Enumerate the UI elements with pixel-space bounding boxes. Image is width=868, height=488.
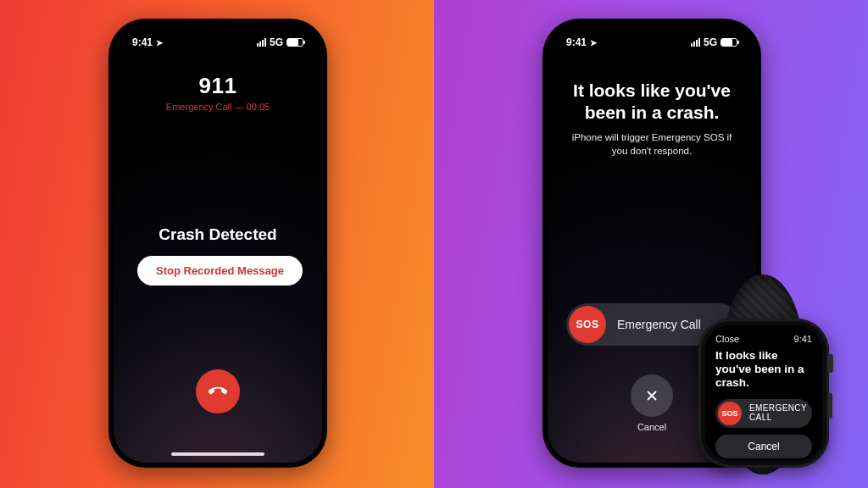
location-arrow-icon: ➤ [590, 38, 597, 47]
watch-close-button[interactable]: Close [715, 334, 739, 344]
panel-left: 9:41 ➤ 5G 911 Emergency Call — 00:05 Cra… [0, 0, 434, 488]
status-time: 9:41 [566, 36, 587, 48]
crash-headline: It looks like you've been in a crash. iP… [548, 80, 756, 158]
watch-case: Close 9:41 It looks like you've been in … [698, 319, 829, 468]
sos-knob[interactable]: SOS [569, 306, 606, 343]
watch-side-button[interactable] [828, 393, 832, 419]
watch-sos-slider[interactable]: SOS EMERGENCY CALL [715, 399, 812, 428]
crash-title: Crash Detected [137, 225, 298, 244]
watch-screen: Close 9:41 It looks like you've been in … [705, 325, 822, 461]
signal-bars-icon [691, 38, 700, 47]
status-network: 5G [270, 36, 283, 48]
home-indicator[interactable] [171, 452, 264, 456]
watch-sos-label-line2: CALL [749, 413, 807, 423]
stop-recorded-message-button[interactable]: Stop Recorded Message [137, 256, 303, 286]
cancel-label: Cancel [631, 422, 673, 432]
location-arrow-icon: ➤ [156, 38, 163, 47]
iphone-left-screen: 9:41 ➤ 5G 911 Emergency Call — 00:05 Cra… [114, 24, 322, 463]
cancel-button[interactable] [631, 374, 673, 417]
digital-crown[interactable] [827, 354, 833, 373]
crash-headline-text: It looks like you've been in a crash. [570, 80, 734, 123]
battery-icon [287, 38, 303, 47]
iphone-left: 9:41 ➤ 5G 911 Emergency Call — 00:05 Cra… [108, 19, 327, 468]
end-call-button[interactable] [196, 369, 240, 413]
cancel-stack: Cancel [631, 374, 673, 432]
crash-subhead-text: iPhone will trigger Emergency SOS if you… [570, 131, 734, 158]
watch-cancel-button[interactable]: Cancel [715, 435, 812, 458]
close-icon [644, 388, 659, 403]
dynamic-island [615, 34, 688, 56]
watch-sos-label-line1: EMERGENCY [749, 404, 807, 413]
status-time: 9:41 [132, 36, 153, 48]
signal-bars-icon [257, 38, 266, 47]
watch-sos-label: EMERGENCY CALL [749, 404, 807, 422]
battery-icon [721, 38, 737, 47]
dynamic-island [181, 34, 254, 56]
crash-block: Crash Detected Stop Recorded Message [114, 225, 322, 286]
watch-headline: It looks like you've been in a crash. [715, 349, 812, 391]
status-network: 5G [704, 36, 717, 48]
dial-number: 911 [114, 73, 322, 99]
dialer-header: 911 Emergency Call — 00:05 [114, 73, 322, 112]
phone-hangup-icon [209, 382, 227, 401]
dial-subtitle: Emergency Call — 00:05 [114, 102, 322, 112]
promo-stage: 9:41 ➤ 5G 911 Emergency Call — 00:05 Cra… [0, 0, 868, 488]
apple-watch: Close 9:41 It looks like you've been in … [671, 273, 853, 476]
panel-right: 9:41 ➤ 5G It looks like you've been in a… [434, 0, 868, 488]
watch-time: 9:41 [794, 334, 812, 344]
watch-sos-knob[interactable]: SOS [718, 402, 742, 425]
